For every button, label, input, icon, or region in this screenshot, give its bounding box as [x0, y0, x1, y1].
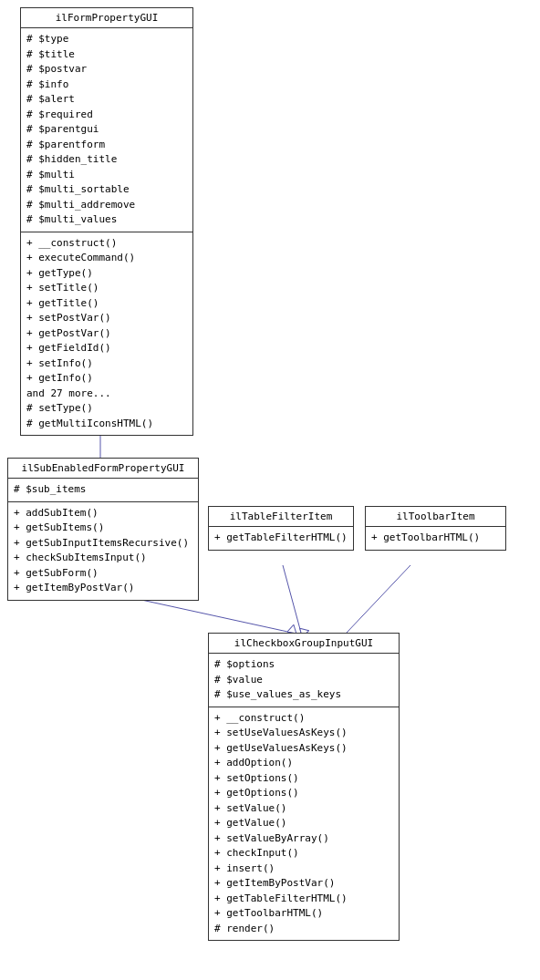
- title-ilSubEnabledFormPropertyGUI: ilSubEnabledFormPropertyGUI: [8, 459, 198, 479]
- fields-ilCheckboxGroupInputGUI: # $options # $value # $use_values_as_key…: [209, 654, 399, 707]
- box-ilTableFilterItem: ilTableFilterItem + getTableFilterHTML(): [208, 506, 354, 551]
- title-ilCheckboxGroupInputGUI: ilCheckboxGroupInputGUI: [209, 634, 399, 654]
- box-ilToolbarItem: ilToolbarItem + getToolbarHTML(): [365, 506, 506, 551]
- methods-ilTableFilterItem: + getTableFilterHTML(): [209, 527, 353, 550]
- fields-ilSubEnabledFormPropertyGUI: # $sub_items: [8, 479, 198, 502]
- methods-ilCheckboxGroupInputGUI: + __construct() + setUseValuesAsKeys() +…: [209, 707, 399, 941]
- methods-ilSubEnabledFormPropertyGUI: + addSubItem() + getSubItems() + getSubI…: [8, 502, 198, 600]
- title-ilToolbarItem: ilToolbarItem: [366, 507, 505, 527]
- box-ilSubEnabledFormPropertyGUI: ilSubEnabledFormPropertyGUI # $sub_items…: [7, 458, 199, 601]
- fields-ilFormPropertyGUI: # $type # $title # $postvar # $info # $a…: [21, 28, 192, 232]
- box-ilCheckboxGroupInputGUI: ilCheckboxGroupInputGUI # $options # $va…: [208, 633, 400, 941]
- title-ilTableFilterItem: ilTableFilterItem: [209, 507, 353, 527]
- methods-ilFormPropertyGUI: + __construct() + executeCommand() + get…: [21, 232, 192, 436]
- svg-line-6: [347, 565, 410, 633]
- methods-ilToolbarItem: + getToolbarHTML(): [366, 527, 505, 550]
- svg-line-4: [141, 600, 292, 633]
- diagram-container: ilFormPropertyGUI # $type # $title # $po…: [0, 0, 540, 980]
- box-ilFormPropertyGUI: ilFormPropertyGUI # $type # $title # $po…: [20, 7, 193, 436]
- title-ilFormPropertyGUI: ilFormPropertyGUI: [21, 8, 192, 28]
- svg-line-5: [283, 565, 301, 633]
